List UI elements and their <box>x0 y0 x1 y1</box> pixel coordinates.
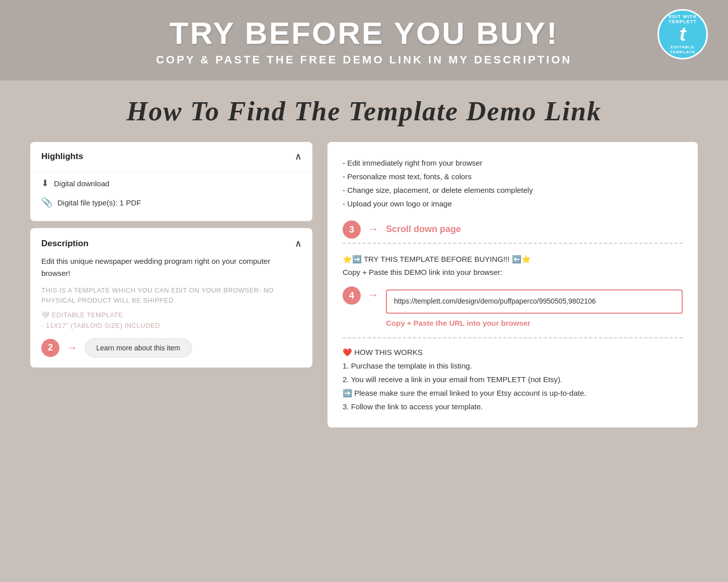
templett-badge-bottom: EDITABLETEMPLATE <box>670 45 696 54</box>
step2-arrow-icon: → <box>67 341 78 354</box>
header-subtitle: COPY & PASTE THE FREE DEMO LINK IN MY DE… <box>10 53 718 66</box>
feature-item-3: - Change size, placement, or delete elem… <box>343 183 683 197</box>
right-column: - Edit immediately right from your brows… <box>327 142 698 427</box>
templett-badge: EDIT WITHtemplett t EDITABLETEMPLATE <box>657 9 708 59</box>
paperclip-icon: 📎 <box>41 197 52 208</box>
how-works-step2: 2. You will receive a link in your email… <box>343 373 683 386</box>
left-column: Highlights ∧ ⬇ Digital download 📎 Digita… <box>30 142 312 375</box>
feature-item-1: - Edit immediately right from your brows… <box>343 156 683 170</box>
section-divider <box>343 337 683 338</box>
templett-badge-top: EDIT WITHtemplett <box>669 14 697 25</box>
how-to-title: How To Find The Template Demo Link <box>30 96 698 127</box>
highlights-card: Highlights ∧ ⬇ Digital download 📎 Digita… <box>30 142 312 221</box>
desc-section2-chevron-icon[interactable]: ∧ <box>295 238 301 249</box>
step2-circle: 2 <box>41 339 59 357</box>
highlights-chevron-icon[interactable]: ∧ <box>295 151 301 162</box>
description-text-card: Description ∧ Edit this unique newspaper… <box>30 228 312 368</box>
how-works-step1: 1. Purchase the template in this listing… <box>343 359 683 373</box>
two-col-layout: Highlights ∧ ⬇ Digital download 📎 Digita… <box>30 142 698 427</box>
feature-item-4: - Upload your own logo or image <box>343 197 683 210</box>
desc-text-header: Description ∧ <box>41 238 301 249</box>
step4-content: https://templett.com/design/demo/puffpap… <box>386 285 683 332</box>
feature-item-2: - Personalize most text, fonts, & colors <box>343 170 683 183</box>
step4-row: 4 → https://templett.com/design/demo/puf… <box>343 285 683 332</box>
how-works-title: ❤️ HOW THIS WORKS <box>343 345 683 359</box>
highlights-content: ⬇ Digital download 📎 Digital file type(s… <box>30 171 312 221</box>
scroll-down-text: Scroll down page <box>386 222 461 237</box>
step4-arrow-icon: → <box>368 285 379 304</box>
highlight-download-text: Digital download <box>54 179 109 188</box>
editable-note: 🤍 EDITABLE TEMPLATE- 11x17" (Tabloid Siz… <box>41 310 301 331</box>
try-template-line1: ⭐➡️ TRY THIS TEMPLATE BEFORE BUYING!!! ⬅… <box>343 253 683 266</box>
step4-circle: 4 <box>343 286 361 305</box>
desc-section2-label: Description <box>41 239 89 249</box>
step3-arrow-icon: → <box>368 220 379 238</box>
features-list: - Edit immediately right from your brows… <box>343 156 683 210</box>
highlight-item-filetype: 📎 Digital file type(s): 1 PDF <box>41 193 301 212</box>
how-works-step4: 3. Follow the link to access your templa… <box>343 400 683 413</box>
templett-t-icon: t <box>680 25 686 44</box>
highlight-item-download: ⬇ Digital download <box>41 174 301 193</box>
highlights-label: Highlights <box>41 152 83 162</box>
dashed-divider-1 <box>343 243 683 244</box>
main-content: How To Find The Template Demo Link Highl… <box>0 81 728 443</box>
download-icon: ⬇ <box>41 178 49 189</box>
header-title: TRY BEFORE YOU BUY! <box>10 16 718 50</box>
try-template-line2: Copy + Paste this DEMO link into your br… <box>343 266 683 279</box>
highlight-filetype-text: Digital file type(s): 1 PDF <box>57 198 141 207</box>
step3-row: 3 → Scroll down page <box>343 220 683 239</box>
learn-more-row: 2 → Learn more about this item <box>41 338 301 357</box>
header-banner: TRY BEFORE YOU BUY! COPY & PASTE THE FRE… <box>0 0 728 81</box>
how-this-works: ❤️ HOW THIS WORKS 1. Purchase the templa… <box>343 345 683 413</box>
learn-more-button[interactable]: Learn more about this item <box>85 338 192 357</box>
step3-circle: 3 <box>343 221 361 239</box>
desc-template-note: THIS IS A TEMPLATE WHICH YOU CAN EDIT ON… <box>41 285 301 305</box>
copy-paste-label: Copy + Paste the URL into your browser <box>386 317 683 330</box>
try-template-section: ⭐➡️ TRY THIS TEMPLATE BEFORE BUYING!!! ⬅… <box>343 253 683 278</box>
demo-url[interactable]: https://templett.com/design/demo/puffpap… <box>386 289 683 314</box>
highlights-header: Highlights ∧ <box>30 142 312 171</box>
how-works-step3: ➡️ Please make sure the email linked to … <box>343 386 683 400</box>
desc-body-text: Edit this unique newspaper wedding progr… <box>41 255 301 279</box>
